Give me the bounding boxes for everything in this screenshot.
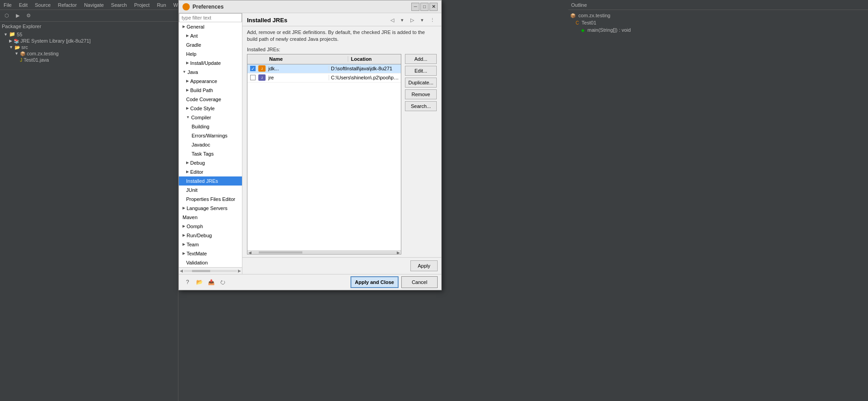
menubar: File Edit Source Refactor Navigate Searc…: [0, 0, 178, 10]
help-icon-btn[interactable]: ?: [182, 277, 192, 287]
remove-btn[interactable]: Remove: [405, 89, 437, 99]
pkg-item-jre[interactable]: ▶ 📚 JRE System Library [jdk-8u271]: [2, 38, 176, 44]
tree-item-language-servers[interactable]: ▶ Language Servers: [179, 204, 242, 213]
row1-icon-col: J: [258, 65, 266, 72]
table-actions: Add... Edit... Duplicate... Remove Searc…: [401, 54, 437, 111]
nav-dropdown-btn[interactable]: ▾: [398, 16, 407, 24]
tree-arrow-textmate: ▶: [182, 250, 185, 257]
toolbar-btn-1[interactable]: ⬡: [2, 11, 12, 21]
tree-item-appearance[interactable]: ▶ Appearance: [179, 77, 242, 86]
dialog-body: ▶ General ▶ Ant Gradle Help ▶: [179, 13, 441, 274]
tree-item-gradle[interactable]: Gradle: [179, 40, 242, 49]
add-btn[interactable]: Add...: [405, 54, 437, 64]
tree-item-codestyle[interactable]: ▶ Code Style: [179, 104, 242, 113]
tree-item-compiler[interactable]: ▼ Compiler: [179, 113, 242, 122]
revert-btn[interactable]: ⭮: [218, 277, 228, 287]
tree-item-java[interactable]: ▼ Java: [179, 68, 242, 77]
menu-edit[interactable]: Edit: [17, 1, 30, 9]
menu-navigate[interactable]: Navigate: [82, 1, 105, 9]
content-panel: Installed JREs ◁ ▾ ▷ ▾ ⋮ Add, remove or …: [242, 13, 441, 274]
ide-left-panel: File Edit Source Refactor Navigate Searc…: [0, 0, 178, 401]
dialog-title-controls: ─ □ ✕: [411, 3, 438, 11]
nav-back-btn[interactable]: ◁: [388, 16, 397, 24]
footer-left: ? 📂 📤 ⭮: [182, 277, 228, 287]
apply-btn[interactable]: Apply: [410, 260, 438, 271]
tree-item-team[interactable]: ▶ Team: [179, 240, 242, 249]
table-row[interactable]: J jre C:\Users\shinelon\.p2\pool\plugins…: [247, 73, 401, 83]
filter-input[interactable]: [179, 13, 242, 22]
outline-header: Outline: [568, 0, 868, 10]
dialog-minimize-btn[interactable]: ─: [411, 3, 419, 11]
toolbar-btn-3[interactable]: ⚙: [24, 11, 34, 21]
pkg-item-src[interactable]: ▼ 📂 src: [2, 44, 176, 50]
row1-location: D:\softInstall\java\jdk-8u271: [329, 66, 401, 71]
tree-item-javadoc[interactable]: Javadoc: [179, 140, 242, 149]
menu-file[interactable]: File: [2, 1, 14, 9]
tree-panel: ▶ General ▶ Ant Gradle Help ▶: [179, 13, 242, 274]
table-scroll-right[interactable]: ▶: [397, 250, 400, 255]
tree-item-tasktags[interactable]: Task Tags: [179, 149, 242, 158]
row2-check-col: [247, 75, 258, 80]
tree-item-codecoverage[interactable]: Code Coverage: [179, 95, 242, 104]
tree-scroll-thumb: [192, 270, 211, 272]
tree-item-buildpath[interactable]: ▶ Build Path: [179, 86, 242, 95]
content-header: Installed JREs ◁ ▾ ▷ ▾ ⋮: [242, 13, 441, 26]
tree-item-textmate[interactable]: ▶ TextMate: [179, 249, 242, 258]
toolbar-btn-2[interactable]: ▶: [13, 11, 23, 21]
tree-item-maven[interactable]: Maven: [179, 213, 242, 222]
table-header: Name Location: [247, 54, 401, 64]
import-btn[interactable]: 📂: [194, 277, 204, 287]
apply-and-close-btn[interactable]: Apply and Close: [350, 276, 399, 288]
tree-arrow-debug: ▶: [186, 159, 189, 166]
tree-scroll-track[interactable]: [184, 270, 237, 272]
tree-scroll-left[interactable]: ◀: [180, 269, 183, 273]
row2-checkbox[interactable]: [250, 75, 256, 80]
table-scroll-left[interactable]: ◀: [248, 250, 252, 255]
tree-item-debug[interactable]: ▶ Debug: [179, 158, 242, 167]
pkg-item-55[interactable]: ▼ 📁 55: [2, 31, 176, 38]
tree-arrow-team: ▶: [182, 241, 185, 248]
dialog-close-btn[interactable]: ✕: [429, 3, 438, 11]
outline-item-package[interactable]: 📦 com.zx.testing: [570, 12, 866, 19]
menu-run[interactable]: Run: [155, 1, 168, 9]
tree-item-validation[interactable]: Validation: [179, 258, 242, 267]
tree-arrow-install: ▶: [186, 59, 189, 67]
table-scroll-track[interactable]: [252, 251, 397, 254]
menu-project[interactable]: Project: [132, 1, 151, 9]
tree-item-oomph[interactable]: ▶ Oomph: [179, 222, 242, 231]
row1-checkbox[interactable]: ✓: [250, 66, 256, 71]
tree-item-run-debug[interactable]: ▶ Run/Debug: [179, 231, 242, 240]
nav-menu-btn[interactable]: ⋮: [428, 16, 437, 24]
tree-item-properties-editor[interactable]: Properties Files Editor: [179, 195, 242, 204]
pkg-item-package[interactable]: ▼ 📦 com.zx.testing: [2, 50, 176, 57]
tree-item-install[interactable]: ▶ Install/Update: [179, 59, 242, 68]
outline-item-method[interactable]: ◆ main(String[]) : void: [570, 26, 866, 34]
menu-refactor[interactable]: Refactor: [56, 1, 79, 9]
outline-item-class[interactable]: C Test01: [570, 19, 866, 26]
tree-item-errors[interactable]: Errors/Warnings: [179, 131, 242, 140]
tree-item-general[interactable]: ▶ General: [179, 22, 242, 31]
export-btn[interactable]: 📤: [206, 277, 216, 287]
tree-item-installed-jres[interactable]: Installed JREs: [179, 176, 242, 186]
tree-arrow-java: ▼: [182, 68, 186, 76]
menu-search[interactable]: Search: [109, 1, 129, 9]
cancel-btn[interactable]: Cancel: [401, 276, 438, 288]
dialog-maximize-btn[interactable]: □: [420, 3, 429, 11]
tree-item-help[interactable]: Help: [179, 49, 242, 59]
pkg-item-file[interactable]: J Test01.java: [2, 57, 176, 63]
tree-item-building[interactable]: Building: [179, 122, 242, 131]
jre-section-label: Installed JREs:: [247, 47, 437, 52]
tree-item-junit[interactable]: JUnit: [179, 186, 242, 195]
menu-source[interactable]: Source: [33, 1, 53, 9]
table-row[interactable]: ✓ J jdk... D:\softInstall\java\jdk-8u271: [247, 64, 401, 73]
row2-jre-icon: J: [258, 74, 266, 81]
nav-forward-dropdown-btn[interactable]: ▾: [418, 16, 427, 24]
tree-item-editor[interactable]: ▶ Editor: [179, 167, 242, 176]
tree-item-ant[interactable]: ▶ Ant: [179, 31, 242, 40]
edit-btn[interactable]: Edit...: [405, 66, 437, 76]
tree-scroll-right[interactable]: ▶: [238, 269, 241, 273]
nav-forward-btn[interactable]: ▷: [408, 16, 417, 24]
search-btn[interactable]: Search...: [405, 101, 437, 111]
content-title: Installed JREs: [247, 17, 287, 24]
duplicate-btn[interactable]: Duplicate...: [405, 78, 437, 88]
